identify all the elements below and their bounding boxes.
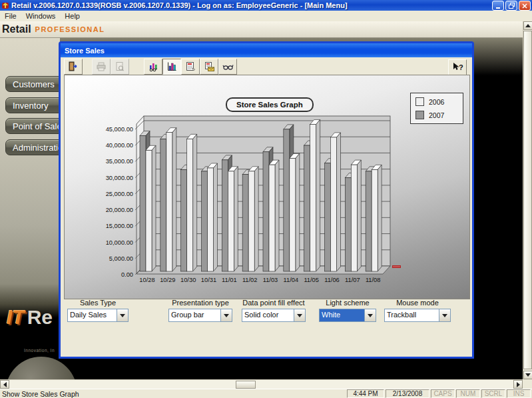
dialog-title: Store Sales bbox=[65, 47, 105, 55]
sales-type-label: Sales Type bbox=[67, 299, 129, 307]
light-scheme-label: Light scheme bbox=[319, 299, 376, 307]
svg-text:11/03: 11/03 bbox=[263, 277, 278, 283]
status-flag-scrl: SCRL bbox=[481, 389, 505, 398]
mouse-mode-dropdown-button[interactable] bbox=[439, 309, 450, 321]
chevron-down-icon bbox=[297, 314, 302, 317]
chart-panel: 0.005,000.0010,000.0015,000.0020,000.002… bbox=[64, 75, 470, 299]
sales-type-dropdown-button[interactable] bbox=[117, 309, 128, 321]
svg-text:10/30: 10/30 bbox=[180, 277, 196, 283]
status-time: 4:44 PM bbox=[347, 389, 384, 398]
chart-view-icon bbox=[148, 61, 159, 72]
mouse-mode-label: Mouse mode bbox=[384, 299, 451, 307]
menu-windows[interactable]: Windows bbox=[21, 11, 61, 21]
fill-effect-select[interactable]: Solid color bbox=[242, 309, 306, 322]
fill-effect-dropdown-button[interactable] bbox=[294, 309, 305, 321]
svg-text:10/29: 10/29 bbox=[160, 277, 175, 283]
context-help-icon: ? bbox=[452, 62, 463, 73]
light-scheme-dropdown-button[interactable] bbox=[364, 309, 376, 321]
svg-text:15,000.00: 15,000.00 bbox=[106, 223, 133, 229]
legend-item-2006: 2006 bbox=[415, 97, 458, 106]
restore-button[interactable] bbox=[505, 1, 517, 11]
svg-text:20,000.00: 20,000.00 bbox=[106, 207, 133, 213]
menu-help[interactable]: Help bbox=[60, 11, 85, 21]
dialog-title-bar[interactable]: Store Sales bbox=[61, 43, 472, 57]
context-help-button[interactable]: ? bbox=[448, 59, 467, 75]
dialog-toolbar: ? bbox=[61, 57, 472, 75]
horizontal-scroll-thumb[interactable] bbox=[236, 381, 256, 389]
mouse-mode-value: Trackball bbox=[385, 309, 439, 321]
svg-text:11/05: 11/05 bbox=[304, 277, 319, 283]
svg-text:11/07: 11/07 bbox=[345, 277, 360, 283]
arrow-up-icon bbox=[525, 24, 531, 27]
light-scheme-select[interactable]: White bbox=[319, 309, 376, 322]
brand-suffix: PROFESSIONAL bbox=[35, 25, 105, 33]
minimize-icon bbox=[495, 3, 501, 9]
scroll-right-button[interactable] bbox=[513, 380, 523, 389]
svg-text:11/04: 11/04 bbox=[284, 277, 299, 283]
scroll-up-button[interactable] bbox=[523, 21, 532, 30]
svg-text:35,000.00: 35,000.00 bbox=[106, 158, 133, 165]
svg-text:0.00: 0.00 bbox=[121, 271, 133, 278]
export-button[interactable] bbox=[200, 59, 218, 75]
print-preview-button bbox=[111, 59, 129, 75]
legend-swatch-2006 bbox=[415, 97, 424, 106]
print-preview-icon bbox=[115, 61, 125, 72]
chevron-down-icon bbox=[120, 314, 125, 317]
svg-text:25,000.00: 25,000.00 bbox=[106, 191, 133, 197]
legend-swatch-2007 bbox=[415, 111, 424, 119]
fill-effect-control: Data point fill effect Solid color bbox=[242, 299, 306, 322]
horizontal-scrollbar[interactable] bbox=[0, 379, 523, 389]
svg-text:40,000.00: 40,000.00 bbox=[106, 142, 133, 149]
status-flag-ins: INS bbox=[507, 389, 531, 398]
close-button[interactable] bbox=[519, 1, 531, 11]
vertical-scrollbar[interactable] bbox=[523, 21, 532, 379]
svg-text:11/06: 11/06 bbox=[324, 277, 340, 283]
arrow-left-icon bbox=[3, 382, 7, 387]
status-flag-num: NUM bbox=[456, 389, 480, 398]
status-bar: Show Store Sales Graph 4:44 PM 2/13/2008… bbox=[0, 389, 532, 398]
bar-chart-button[interactable] bbox=[162, 59, 181, 75]
sales-type-select[interactable]: Daily Sales bbox=[67, 309, 129, 322]
presentation-type-control: Presentation type Group bar bbox=[168, 299, 232, 322]
presentation-type-label: Presentation type bbox=[168, 299, 232, 307]
legend-item-2007: 2007 bbox=[415, 111, 458, 119]
status-flag-caps: CAPS bbox=[431, 389, 455, 398]
svg-text:10/28: 10/28 bbox=[139, 277, 154, 283]
main-title-bar[interactable]: Retail v.2006.1207.0.1339(ROSB v.2006.12… bbox=[0, 0, 532, 11]
arrow-right-icon bbox=[517, 382, 520, 387]
glasses-button[interactable] bbox=[218, 59, 237, 75]
presentation-type-dropdown-button[interactable] bbox=[220, 309, 232, 321]
memo-button[interactable] bbox=[181, 59, 200, 75]
svg-text:?: ? bbox=[459, 63, 463, 71]
svg-text:11/08: 11/08 bbox=[366, 277, 381, 283]
mouse-mode-select[interactable]: Trackball bbox=[384, 309, 451, 322]
scrollbar-corner bbox=[523, 379, 532, 389]
window-title: Retail v.2006.1207.0.1339(ROSB v.2006.12… bbox=[11, 1, 348, 9]
svg-text:11/01: 11/01 bbox=[222, 277, 237, 283]
print-icon bbox=[96, 61, 107, 72]
svg-text:30,000.00: 30,000.00 bbox=[106, 175, 133, 181]
vertical-scroll-thumb[interactable] bbox=[523, 31, 532, 369]
chart-view-button[interactable] bbox=[144, 59, 162, 75]
fill-effect-value: Solid color bbox=[242, 309, 294, 321]
exit-button[interactable] bbox=[64, 59, 83, 75]
presentation-type-value: Group bar bbox=[169, 309, 220, 321]
presentation-type-select[interactable]: Group bar bbox=[168, 309, 232, 322]
chart-legend: 2006 2007 bbox=[410, 93, 463, 124]
svg-text:45,000.00: 45,000.00 bbox=[106, 126, 133, 133]
minimize-button[interactable] bbox=[492, 1, 504, 11]
app-icon bbox=[1, 1, 9, 9]
menu-file[interactable]: File bbox=[0, 11, 21, 21]
scroll-down-button[interactable] bbox=[523, 371, 532, 379]
scroll-left-button[interactable] bbox=[0, 380, 9, 389]
menu-bar: File Windows Help bbox=[0, 11, 532, 22]
sales-type-control: Sales Type Daily Sales bbox=[67, 299, 129, 322]
svg-text:10/31: 10/31 bbox=[201, 277, 216, 283]
memo-icon bbox=[185, 61, 196, 72]
application-window: Retail v.2006.1207.0.1339(ROSB v.2006.12… bbox=[0, 0, 532, 398]
light-scheme-control: Light scheme White bbox=[319, 299, 376, 322]
status-date: 2/13/2008 bbox=[386, 389, 429, 398]
arrow-down-icon bbox=[525, 373, 531, 377]
svg-text:5,000.00: 5,000.00 bbox=[109, 255, 133, 262]
light-scheme-value: White bbox=[320, 309, 364, 321]
